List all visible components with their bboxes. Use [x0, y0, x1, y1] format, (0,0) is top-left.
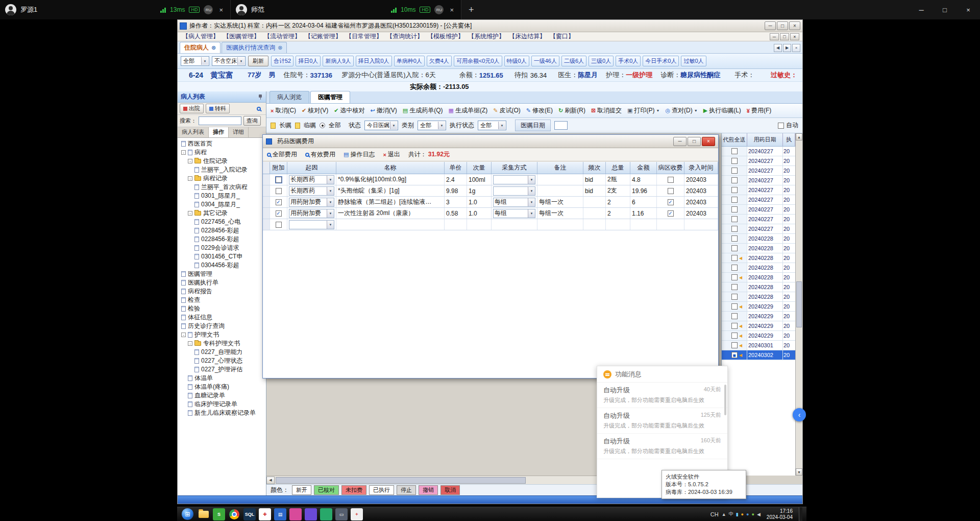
database-app-icon[interactable] [289, 508, 302, 520]
input-language-indicator[interactable]: CH [710, 511, 719, 517]
cause-select[interactable]: 用药附加费 [289, 209, 334, 218]
tab-close-icon[interactable]: ⊗ [278, 44, 282, 51]
dialog-minimize-button[interactable]: ─ [673, 137, 687, 146]
floating-panel-toggle[interactable]: ‹ [793, 408, 806, 421]
menu-item[interactable]: 【系统维护】 [467, 32, 506, 41]
row-checkbox[interactable] [731, 235, 738, 242]
tree-item[interactable]: 临床护理记录单 [179, 400, 266, 409]
tab-scroll-right-icon[interactable]: ▶ [783, 44, 791, 52]
row-checkbox[interactable] [731, 187, 738, 193]
menu-item[interactable]: 【病人管理】 [181, 32, 220, 41]
menu-item[interactable]: 【查询统计】 [385, 32, 425, 41]
dropdown-arrow-icon[interactable]: ▼ [694, 109, 698, 112]
pin-icon[interactable] [258, 94, 263, 100]
tree-expand-icon[interactable]: - [188, 159, 192, 163]
medication-date-row[interactable]: 2024022820 [722, 244, 795, 253]
notification-scrollbar[interactable] [724, 385, 726, 415]
toolbar-check-button[interactable]: ✔核对(V) [302, 106, 328, 115]
toolbar-med-sheet-button[interactable]: ▤生成药单(Q) [403, 106, 443, 115]
refresh-button[interactable]: 刷新 [248, 56, 268, 66]
medication-date-row[interactable]: 2024022720 [722, 195, 795, 205]
row-selector[interactable] [263, 185, 270, 196]
stat-chip[interactable]: 一级46人 [531, 56, 559, 66]
stat-chip[interactable]: 欠费4人 [427, 56, 452, 66]
menu-item[interactable]: 【流动管理】 [262, 32, 302, 41]
all-orders-radio[interactable] [320, 123, 325, 128]
tree-expand-icon[interactable]: - [181, 333, 186, 337]
tree-item[interactable]: 医嘱管理 [179, 270, 266, 278]
menu-item[interactable]: 【日常管理】 [344, 32, 384, 41]
tree-item[interactable]: 西医首页 [179, 139, 266, 148]
medication-date-row[interactable]: 2024022820 [722, 234, 795, 244]
stat-chip[interactable]: 今日手术0人 [643, 56, 679, 66]
show-desktop-button[interactable] [799, 507, 802, 521]
tree-item[interactable]: 检验 [179, 304, 266, 313]
row-checkbox[interactable] [731, 206, 738, 212]
scroll-left-icon[interactable]: ◀ [266, 477, 275, 484]
row-checkbox[interactable]: ■ [731, 352, 738, 358]
row-checkbox[interactable] [731, 245, 738, 251]
document-app-icon[interactable]: ▤ [274, 508, 286, 520]
scrollbar-thumb[interactable] [276, 477, 526, 484]
toolbar-cancel-button[interactable]: ×取消(C) [271, 106, 296, 115]
bed-filter-select[interactable]: 不含空床 [212, 56, 246, 66]
toolbar-cancel-submit-button[interactable]: ⊠取消提交 [591, 106, 622, 115]
medication-date-row[interactable]: 2024022720 [722, 224, 795, 234]
valid-fees-button[interactable]: 有效费用 [305, 150, 335, 159]
tree-item[interactable]: -住院记录 [179, 157, 266, 165]
client-close-button[interactable]: × [957, 0, 980, 19]
row-checkbox[interactable] [731, 168, 738, 174]
close-tab-icon[interactable]: × [448, 5, 456, 15]
stat-chip[interactable]: 单病种0人 [394, 56, 425, 66]
tree-item[interactable]: 医嘱执行单 [179, 278, 266, 287]
tree-expand-icon[interactable]: - [188, 176, 192, 181]
tree-item[interactable]: 0304_陈星月_ [179, 200, 266, 209]
tab-scroll-left-icon[interactable]: ◀ [774, 44, 782, 52]
medication-date-row[interactable]: 2024022720 [722, 215, 795, 224]
mdi-close-button[interactable]: × [790, 33, 799, 40]
tree-item[interactable]: 0229会诊请求 [179, 244, 266, 252]
row-checkbox[interactable] [731, 294, 738, 300]
medication-date-row[interactable]: 2024022920 [722, 312, 795, 321]
dialog-close-button[interactable]: × [702, 137, 715, 146]
discharge-button[interactable]: 出院 [180, 104, 204, 113]
tab-order-management[interactable]: 医嘱管理 [310, 91, 350, 103]
menu-item[interactable]: 【医嘱管理】 [222, 32, 261, 41]
add-fee-checkbox[interactable] [276, 210, 282, 217]
add-fee-checkbox[interactable] [276, 177, 282, 183]
sidebar-tab-operations[interactable]: 操作 [209, 127, 229, 137]
medication-date-row[interactable]: ◀2024022920 [722, 321, 795, 331]
tree-item[interactable]: 0301456_CT申 [179, 252, 266, 261]
stat-chip[interactable]: 择日入院0人 [356, 56, 392, 66]
add-fee-checkbox[interactable] [276, 222, 282, 228]
cause-select[interactable]: 长期西药 [289, 186, 334, 196]
row-checkbox[interactable] [731, 342, 738, 348]
row-selector[interactable] [263, 197, 270, 207]
medication-date-row[interactable]: ◀2024022920 [722, 302, 795, 312]
search-icon[interactable] [257, 107, 261, 111]
add-fee-checkbox[interactable] [276, 199, 282, 205]
stat-chip[interactable]: 特级0人 [504, 56, 529, 66]
medication-date-row[interactable]: ◀2024030120 [722, 341, 795, 350]
row-checkbox[interactable] [731, 255, 738, 261]
stat-chip[interactable]: 新病人9人 [323, 56, 353, 66]
menu-item[interactable]: 【窗口】 [548, 32, 576, 41]
row-checkbox[interactable] [731, 265, 738, 271]
green-app-icon[interactable] [320, 508, 332, 520]
medication-date-row[interactable]: ■◀2024030220 [722, 350, 795, 360]
ward-fee-checkbox[interactable] [668, 177, 674, 183]
hospital-app-icon[interactable]: ✚ [259, 508, 271, 520]
tree-item[interactable]: 0227456_心电 [179, 218, 266, 226]
minimize-button[interactable]: ─ [765, 21, 776, 30]
tab-inpatients[interactable]: 住院病人 ⊗ [180, 42, 220, 53]
temp-order-toggle[interactable]: 临嘱 [304, 121, 316, 130]
dialog-maximize-button[interactable]: □ [688, 137, 701, 146]
toolbar-undo-button[interactable]: ↩撤消(V) [371, 106, 397, 115]
tree-item[interactable]: -病程记录 [179, 174, 266, 183]
tree-item[interactable]: -专科护理文书 [179, 339, 266, 348]
fee-row[interactable]: 长期西药*0.9%氯化钠[100ml:0.9g]2.4100mlbid2瓶4.8… [263, 174, 718, 185]
remote-tab[interactable]: 罗源113msHDRU× [0, 0, 231, 19]
stat-chip[interactable]: 可用余额<0元0人 [454, 56, 502, 66]
ward-fee-checkbox[interactable] [668, 210, 674, 217]
tree-item[interactable]: 兰丽平_入院记录 [179, 165, 266, 174]
